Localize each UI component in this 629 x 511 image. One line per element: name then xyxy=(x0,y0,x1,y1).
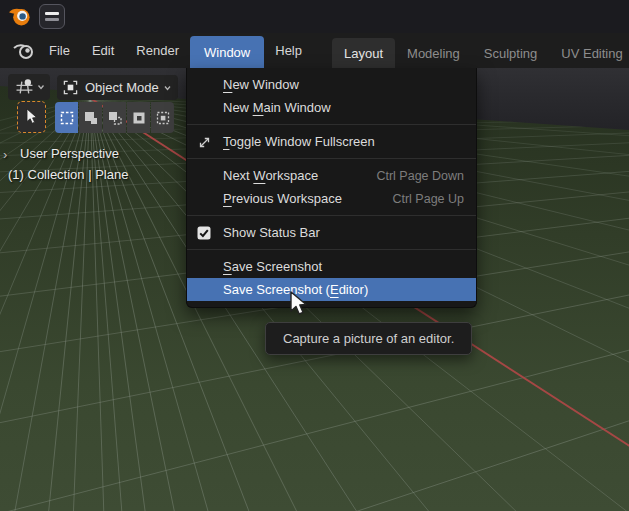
select-mode-set-button[interactable] xyxy=(55,102,78,133)
chevron-down-icon xyxy=(163,84,172,92)
active-object-label: (1) Collection | Plane xyxy=(8,167,128,182)
select-mode-subtract-button[interactable] xyxy=(103,102,126,133)
menu-separator xyxy=(187,158,476,159)
select-mode-invert-icon xyxy=(131,110,147,126)
menu-separator xyxy=(187,249,476,250)
menu-item-new-window[interactable]: New Window xyxy=(187,73,476,96)
menu-item-toggle-window-fullscreen[interactable]: Toggle Window Fullscreen xyxy=(187,130,476,153)
menu-item-previous-workspace[interactable]: Previous WorkspaceCtrl Page Up xyxy=(187,187,476,210)
tooltip: Capture a picture of an editor. xyxy=(265,322,472,355)
fullscreen-icon xyxy=(196,134,212,150)
menu-item-label: Toggle Window Fullscreen xyxy=(223,134,375,149)
select-mode-invert-button[interactable] xyxy=(127,102,150,133)
blender-menubar: FileEditRenderWindowHelp LayoutModelingS… xyxy=(0,33,629,68)
chevron-down-icon xyxy=(37,83,45,91)
select-mode-extend-icon xyxy=(83,110,99,126)
view-name-label: User Perspective xyxy=(20,146,119,161)
checkbox-checked-icon xyxy=(196,225,212,241)
select-mode-extend-button[interactable] xyxy=(79,102,102,133)
workspace-tabs: LayoutModelingSculptingUV Editing xyxy=(332,33,629,68)
menubar-menu-file[interactable]: File xyxy=(38,33,81,68)
menu-item-save-screenshot[interactable]: Save Screenshot xyxy=(187,255,476,278)
object-icon xyxy=(63,80,78,95)
tooltip-text: Capture a picture of an editor. xyxy=(283,331,454,346)
menubar-menu-edit[interactable]: Edit xyxy=(81,33,125,68)
menu-item-shortcut: Ctrl Page Down xyxy=(376,169,464,183)
menubar-menu-render[interactable]: Render xyxy=(125,33,190,68)
mode-selector-label: Object Mode xyxy=(85,80,163,95)
app-menu-icon[interactable] xyxy=(39,4,65,29)
menu-item-label: Show Status Bar xyxy=(223,225,320,240)
os-top-bar xyxy=(0,0,629,33)
cursor-arrow-icon xyxy=(24,108,39,126)
select-box-tool-button[interactable] xyxy=(17,101,46,133)
select-mode-intersect-button[interactable] xyxy=(151,102,174,133)
menu-separator xyxy=(187,215,476,216)
menu-item-label: Next Workspace xyxy=(223,168,318,183)
tab-modeling[interactable]: Modeling xyxy=(395,38,472,68)
tab-layout[interactable]: Layout xyxy=(332,38,395,68)
menu-item-shortcut: Ctrl Page Up xyxy=(392,192,464,206)
tab-sculpting[interactable]: Sculpting xyxy=(472,38,549,68)
blender-logo-icon xyxy=(8,5,31,28)
editor-type-button[interactable] xyxy=(8,74,50,100)
menu-item-show-status-bar[interactable]: Show Status Bar xyxy=(187,221,476,244)
menubar-menu-window[interactable]: Window xyxy=(190,36,264,68)
menu-item-save-screenshot-editor[interactable]: Save Screenshot (Editor) xyxy=(187,278,476,301)
select-mode-set-icon xyxy=(59,110,75,126)
select-mode-group xyxy=(55,102,174,133)
menu-item-next-workspace[interactable]: Next WorkspaceCtrl Page Down xyxy=(187,164,476,187)
tab-uv-editing[interactable]: UV Editing xyxy=(549,38,629,68)
menu-item-label: New Window xyxy=(223,77,299,92)
select-mode-intersect-icon xyxy=(155,110,171,126)
mouse-cursor xyxy=(287,290,311,318)
menu-separator xyxy=(187,124,476,125)
menubar-menu-help[interactable]: Help xyxy=(264,33,313,68)
mode-selector-dropdown[interactable]: Object Mode xyxy=(57,75,178,100)
menu-item-label: Save Screenshot xyxy=(223,259,322,274)
blender-logo-mono-icon[interactable] xyxy=(12,41,36,61)
menu-item-label: New Main Window xyxy=(223,100,331,115)
menu-item-new-main-window[interactable]: New Main Window xyxy=(187,96,476,119)
select-mode-subtract-icon xyxy=(107,110,123,126)
viewport-editor-icon xyxy=(14,78,36,96)
menubar-menus: FileEditRenderWindowHelp xyxy=(38,33,313,68)
menu-item-label: Previous Workspace xyxy=(223,191,342,206)
overlay-collapse-chevron[interactable]: › xyxy=(3,147,7,162)
window-menu-dropdown: New WindowNew Main WindowToggle Window F… xyxy=(186,68,477,308)
